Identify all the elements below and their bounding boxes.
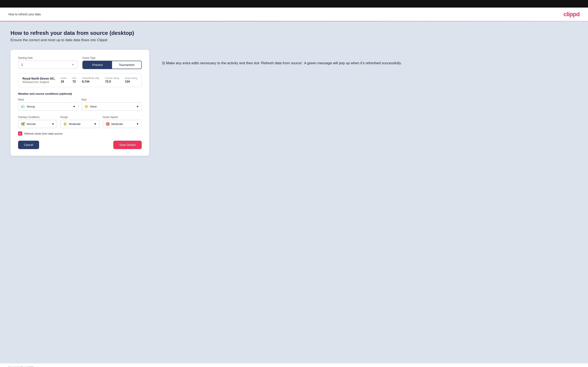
course-info-box: Royal North Devon GC, Westward Ho!, Engl… [18, 73, 142, 87]
course-location: Westward Ho!, England [23, 81, 55, 83]
form-card: Starting Hole 1 ▼ Game Type Practice Tou… [10, 50, 149, 156]
stat-course-rating: Course rating 72.5 [105, 77, 119, 83]
green-speed-value: Moderate [112, 122, 123, 125]
rough-label: Rough [60, 116, 99, 119]
stat-holes: Holes 18 [61, 77, 67, 83]
main-content: How to refresh your data from source (de… [0, 21, 588, 363]
rain-group: Rain ☀️ None ▼ [82, 98, 142, 111]
course-stats: Holes 18 Par 72 Yards/White (M)) 6,744 [61, 77, 137, 83]
course-info-left: Royal North Devon GC, Westward Ho!, Engl… [23, 77, 55, 83]
wind-group: Wind 💨 Strong ▼ [18, 98, 78, 111]
checkmark-icon: ✓ [19, 132, 21, 135]
refresh-checkbox-label: Refresh shots from data source [24, 132, 62, 135]
starting-hole-select[interactable]: 1 ▼ [18, 61, 77, 69]
fairway-label: Fairway Conditions [18, 116, 57, 119]
header: How to refresh your data clippd [0, 8, 588, 21]
page-heading: How to refresh your data from source (de… [10, 30, 578, 36]
button-row: Cancel Save Details [18, 141, 142, 149]
rain-select-left: ☀️ None [84, 105, 97, 108]
rain-select[interactable]: ☀️ None ▼ [82, 102, 142, 111]
top-bar [0, 0, 588, 8]
logo: clippd [564, 11, 579, 18]
refresh-checkbox-row[interactable]: ✓ Refresh shots from data source [18, 131, 142, 136]
starting-hole-value: 1 [21, 63, 23, 66]
stat-par-label: Par [72, 77, 76, 79]
wind-rain-row: Wind 💨 Strong ▼ Rain ☀️ None [18, 98, 142, 111]
rain-icon: ☀️ [84, 105, 88, 108]
tournament-button[interactable]: Tournament [112, 61, 141, 69]
fairway-select[interactable]: 🌿 Normal ▼ [18, 120, 57, 128]
cancel-button[interactable]: Cancel [18, 141, 39, 149]
stat-course-rating-label: Course rating [105, 77, 119, 79]
stat-course-rating-value: 72.5 [105, 80, 111, 83]
practice-button[interactable]: Practice [83, 61, 112, 69]
stat-yards-value: 6,744 [82, 80, 89, 83]
starting-hole-group: Starting Hole 1 ▼ [18, 57, 77, 69]
footer: Copyright Clippd 2022 [0, 363, 588, 367]
starting-hole-label: Starting Hole [18, 57, 77, 59]
content-layout: Starting Hole 1 ▼ Game Type Practice Tou… [10, 50, 578, 156]
conditions-row: Fairway Conditions 🌿 Normal ▼ Rough 🌾 [18, 116, 142, 128]
rough-select-left: 🌾 Moderate [63, 122, 80, 126]
footer-copyright: Copyright Clippd 2022 [9, 366, 34, 367]
fairway-icon: 🌿 [21, 122, 25, 126]
stat-slope-rating-label: Slope rating [125, 77, 137, 79]
rough-select[interactable]: 🌾 Moderate ▼ [60, 120, 99, 128]
starting-hole-chevron: ▼ [72, 63, 74, 66]
instruction-text: 3) Make any extra edits necessary to the… [162, 50, 578, 66]
fairway-select-left: 🌿 Normal [21, 122, 35, 126]
green-speed-select[interactable]: 🎯 Moderate ▼ [103, 120, 142, 128]
game-type-toggle: Practice Tournament [82, 61, 142, 69]
header-title: How to refresh your data [9, 13, 41, 16]
course-row: Royal North Devon GC, Westward Ho!, Engl… [23, 77, 137, 83]
wind-icon: 💨 [21, 105, 25, 108]
rough-icon: 🌾 [63, 122, 67, 126]
green-speed-group: Green Speed 🎯 Moderate ▼ [103, 116, 142, 128]
wind-value: Strong [27, 105, 35, 108]
wind-chevron: ▼ [73, 105, 76, 108]
top-fields-row: Starting Hole 1 ▼ Game Type Practice Tou… [18, 57, 142, 69]
rough-chevron: ▼ [94, 122, 97, 125]
stat-holes-value: 18 [61, 80, 64, 83]
fairway-value: Normal [27, 122, 35, 125]
stat-par-value: 72 [72, 80, 76, 83]
stat-holes-label: Holes [61, 77, 67, 79]
stat-slope-rating-value: 134 [125, 80, 130, 83]
game-type-label: Game Type [82, 57, 142, 59]
green-speed-label: Green Speed [103, 116, 142, 119]
wind-select[interactable]: 💨 Strong ▼ [18, 102, 78, 111]
page-subtitle: Ensure the correct and most up to date d… [10, 38, 578, 42]
fairway-chevron: ▼ [52, 122, 54, 125]
stat-yards-label: Yards/White (M)) [82, 77, 99, 79]
stat-slope-rating: Slope rating 134 [125, 77, 137, 83]
rain-label: Rain [82, 98, 142, 101]
stat-yards: Yards/White (M)) 6,744 [82, 77, 99, 83]
green-speed-select-left: 🎯 Moderate [105, 122, 123, 126]
green-speed-chevron: ▼ [136, 122, 139, 125]
wind-select-left: 💨 Strong [21, 105, 35, 108]
stat-par: Par 72 [72, 77, 76, 83]
game-type-group: Game Type Practice Tournament [82, 57, 142, 69]
refresh-checkbox[interactable]: ✓ [18, 131, 22, 136]
rough-group: Rough 🌾 Moderate ▼ [60, 116, 99, 128]
weather-section-heading: Weather and course conditions (optional) [18, 92, 142, 95]
fairway-group: Fairway Conditions 🌿 Normal ▼ [18, 116, 57, 128]
rain-chevron: ▼ [136, 105, 139, 108]
rain-value: None [90, 105, 97, 108]
save-button[interactable]: Save Details [113, 141, 142, 149]
green-speed-icon: 🎯 [105, 122, 110, 126]
course-name: Royal North Devon GC, [23, 77, 55, 80]
wind-label: Wind [18, 98, 78, 101]
rough-value: Moderate [69, 122, 80, 125]
